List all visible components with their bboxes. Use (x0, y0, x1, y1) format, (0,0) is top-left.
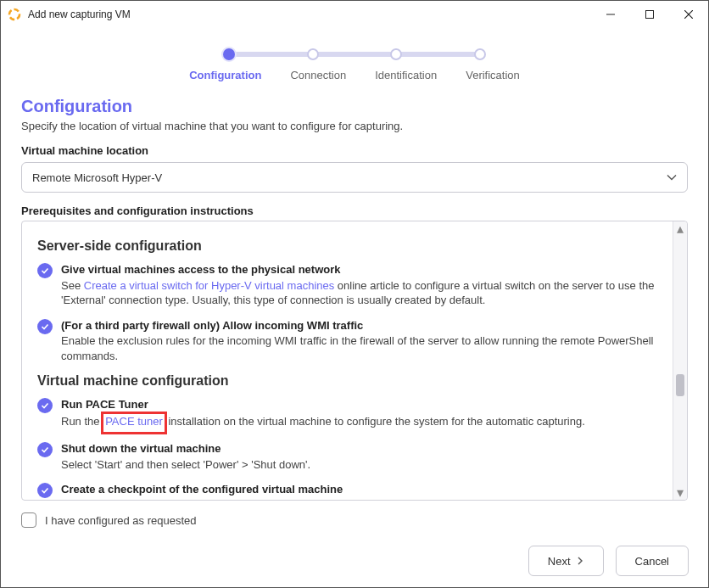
item-wmi-traffic: (For a third party firewall only) Allow … (37, 318, 657, 364)
page-subtitle: Specify the location of virtual machine … (21, 120, 688, 132)
step-dot-connection[interactable] (307, 48, 319, 60)
configured-checkbox-label: I have configured as requested (45, 514, 197, 527)
chevron-down-icon (667, 172, 677, 182)
step-dot-verification[interactable] (474, 48, 486, 60)
page-title: Configuration (21, 97, 688, 116)
next-button[interactable]: Next (528, 546, 604, 576)
vm-location-value: Remote Microsoft Hyper-V (32, 171, 162, 184)
highlight-annotation: PACE tuner (101, 412, 167, 435)
step-dot-configuration[interactable] (223, 48, 235, 60)
scroll-down-icon[interactable]: ▾ (673, 485, 687, 500)
step-dot-identification[interactable] (390, 48, 402, 60)
minimize-button[interactable] (591, 1, 630, 28)
item-network-access: Give virtual machines access to the phys… (37, 262, 657, 308)
chevron-right-icon (576, 557, 584, 565)
wizard-stepper: Configuration Connection Identification … (21, 48, 688, 81)
item-shutdown: Shut down the virtual machine Select 'St… (37, 441, 657, 472)
scroll-thumb[interactable] (676, 374, 684, 396)
configured-checkbox[interactable] (21, 512, 36, 528)
vm-config-heading: Virtual machine configuration (37, 373, 657, 389)
scrollbar[interactable]: ▴ ▾ (673, 221, 687, 500)
step-label-verification[interactable]: Verification (466, 69, 520, 81)
instructions-panel: Server-side configuration Give virtual m… (21, 221, 688, 501)
vm-location-label: Virtual machine location (21, 144, 688, 157)
server-config-heading: Server-side configuration (37, 238, 657, 254)
item-pace-tuner: Run PACE Tuner Run the PACE tuner instal… (37, 397, 657, 431)
scroll-up-icon[interactable]: ▴ (673, 221, 687, 236)
step-label-identification[interactable]: Identification (375, 69, 437, 81)
check-icon (37, 398, 53, 413)
svg-point-0 (9, 9, 20, 20)
step-label-connection[interactable]: Connection (290, 69, 346, 81)
vm-location-select[interactable]: Remote Microsoft Hyper-V (21, 162, 688, 193)
app-logo-icon (8, 8, 21, 21)
checkpoints-link[interactable]: Work with Checkpoints (84, 499, 196, 500)
step-label-configuration[interactable]: Configuration (189, 69, 261, 81)
cancel-button[interactable]: Cancel (616, 546, 689, 576)
window-title: Add new capturing VM (28, 8, 591, 20)
check-icon (37, 319, 53, 334)
pace-tuner-link[interactable]: PACE tuner (105, 415, 163, 428)
create-vswitch-link[interactable]: Create a virtual switch for Hyper-V virt… (84, 279, 335, 292)
svg-rect-2 (646, 11, 654, 19)
maximize-button[interactable] (630, 1, 669, 28)
check-icon (37, 263, 53, 278)
close-button[interactable] (669, 1, 708, 28)
check-icon (37, 442, 53, 457)
item-checkpoint: Create a checkpoint of the configured vi… (37, 482, 657, 500)
check-icon (37, 483, 53, 498)
prereq-heading: Prerequisites and configuration instruct… (21, 204, 688, 217)
titlebar: Add new capturing VM (1, 1, 708, 28)
